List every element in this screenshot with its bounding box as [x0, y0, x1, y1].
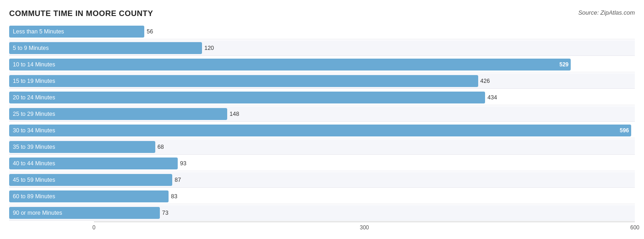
x-axis: 0300600	[94, 222, 635, 233]
x-axis-line	[94, 222, 635, 222]
bar-label: 35 to 39 Minutes	[9, 141, 94, 153]
bar-track: 83	[94, 190, 635, 202]
bar-row: 60 to 89 Minutes83	[9, 189, 635, 204]
bar-label: 5 to 9 Minutes	[9, 42, 94, 54]
bar-row: 10 to 14 Minutes529	[9, 57, 635, 72]
bar-row: 30 to 34 Minutes596	[9, 123, 635, 138]
bar-label: 20 to 24 Minutes	[9, 92, 94, 103]
bar-label: Less than 5 Minutes	[9, 26, 94, 38]
bar-label: 10 to 14 Minutes	[9, 59, 94, 71]
bar-row: 5 to 9 Minutes120	[9, 40, 635, 56]
bar-fill: 68	[94, 141, 155, 153]
bar-track: 93	[94, 158, 635, 169]
bar-label: 60 to 89 Minutes	[9, 190, 94, 202]
bar-fill: 93	[94, 158, 178, 169]
chart-header: COMMUTE TIME IN MOORE COUNTY Source: Zip…	[9, 9, 635, 18]
bar-row: 45 to 59 Minutes87	[9, 172, 635, 188]
bar-track: 56	[94, 26, 635, 38]
bar-value-outside: 83	[171, 193, 177, 200]
bar-row: 15 to 19 Minutes426	[9, 73, 635, 89]
bar-track: 434	[94, 92, 635, 103]
bar-track: 68	[94, 141, 635, 153]
x-axis-tick: 300	[360, 224, 369, 231]
bar-fill: 426	[94, 75, 478, 87]
bar-value-inside: 596	[620, 127, 629, 134]
bar-fill: 56	[94, 26, 144, 38]
bar-label: 30 to 34 Minutes	[9, 125, 94, 136]
bar-row: Less than 5 Minutes56	[9, 24, 635, 39]
bar-row: 40 to 44 Minutes93	[9, 156, 635, 171]
bar-track: 529	[94, 59, 635, 71]
chart-title: COMMUTE TIME IN MOORE COUNTY	[9, 9, 153, 18]
bar-value-outside: 73	[162, 210, 169, 216]
bar-fill: 87	[94, 174, 172, 186]
bar-value-outside: 120	[204, 45, 214, 51]
x-axis-tick: 0	[93, 224, 96, 231]
bar-label: 15 to 19 Minutes	[9, 75, 94, 87]
bar-label: 25 to 29 Minutes	[9, 108, 94, 120]
bar-value-outside: 68	[158, 144, 164, 150]
bar-track: 148	[94, 108, 635, 120]
bar-value-outside: 148	[229, 111, 239, 117]
bar-track: 87	[94, 174, 635, 186]
bar-row: 20 to 24 Minutes434	[9, 90, 635, 105]
bar-value-outside: 87	[175, 177, 181, 183]
bar-fill: 529	[94, 59, 571, 71]
bar-track: 596	[94, 125, 635, 136]
bar-fill: 148	[94, 108, 227, 120]
bar-label: 90 or more Minutes	[9, 207, 94, 219]
bar-row: 35 to 39 Minutes68	[9, 139, 635, 155]
bar-row: 90 or more Minutes73	[9, 205, 635, 221]
bar-value-outside: 56	[147, 28, 153, 35]
bar-track: 120	[94, 42, 635, 54]
bar-value-outside: 93	[180, 160, 186, 167]
bar-value-outside: 434	[487, 94, 497, 101]
bar-label: 40 to 44 Minutes	[9, 158, 94, 169]
bar-label: 45 to 59 Minutes	[9, 174, 94, 186]
bar-fill: 120	[94, 42, 202, 54]
bar-fill: 83	[94, 190, 169, 202]
bar-fill: 434	[94, 92, 485, 103]
x-axis-tick: 600	[630, 224, 639, 231]
chart-source: Source: ZipAtlas.com	[578, 9, 635, 16]
chart-area: Less than 5 Minutes565 to 9 Minutes12010…	[9, 24, 635, 221]
bar-value-inside: 529	[559, 61, 568, 68]
bar-row: 25 to 29 Minutes148	[9, 106, 635, 122]
bar-track: 73	[94, 207, 635, 219]
bar-fill: 596	[94, 125, 631, 136]
bar-fill: 73	[94, 207, 160, 219]
bar-track: 426	[94, 75, 635, 87]
chart-container: COMMUTE TIME IN MOORE COUNTY Source: Zip…	[0, 5, 644, 239]
bar-value-outside: 426	[480, 78, 490, 84]
